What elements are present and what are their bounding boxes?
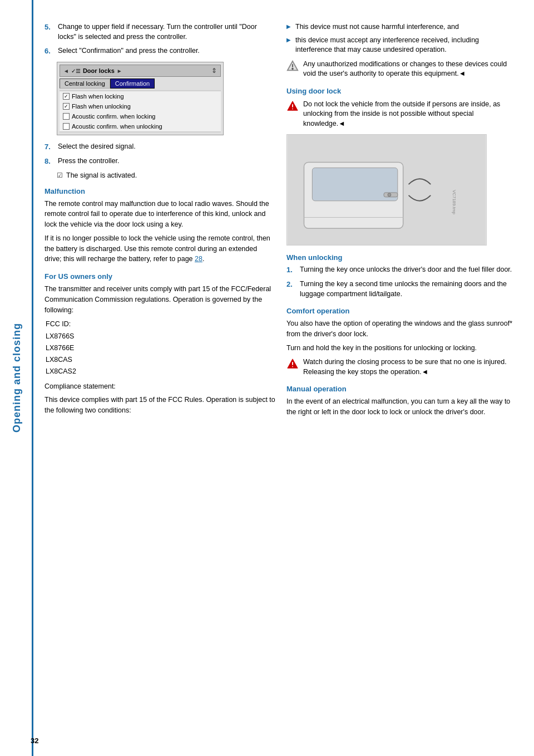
svg-point-10 — [388, 193, 391, 197]
comfort-para1: You also have the option of operating th… — [286, 318, 517, 340]
page-number: 32 — [31, 737, 38, 745]
ui-checkbox-3 — [63, 113, 70, 120]
compliance-heading: Compliance statement: — [44, 381, 275, 392]
page-link[interactable]: 28 — [195, 255, 202, 263]
manual-operation-heading: Manual operation — [286, 385, 517, 393]
checkmark-icon: ☑ — [57, 171, 63, 179]
for-us-para1: The transmitter and receiver units compl… — [44, 284, 275, 315]
ui-central-locking: Central locking — [60, 78, 110, 89]
warning-triangle-icon-1 — [286, 60, 299, 72]
step-6: 6. Select "Confirmation" and press the c… — [44, 46, 275, 56]
using-door-lock-heading: Using door lock — [286, 87, 517, 95]
ui-row-1-label: Flash when locking — [72, 93, 124, 100]
step-8: 8. Press the controller. — [44, 156, 275, 166]
unlock-step-2-number: 2. — [286, 279, 295, 299]
ui-checkmark-icon: ✓☰ — [71, 68, 81, 74]
step-6-number: 6. — [44, 46, 53, 56]
step-8-number: 8. — [44, 156, 53, 166]
unlock-step-2-text: Turning the key a second time unlocks th… — [300, 279, 517, 299]
ui-rows: ✓ Flash when locking ✓ Flash when unlock… — [60, 90, 221, 132]
step-7-text: Select the desired signal. — [58, 142, 275, 152]
triangle-icon-1: ▶ — [286, 23, 291, 30]
ui-checkbox-4 — [63, 123, 70, 130]
step-5-number: 5. — [44, 22, 53, 42]
ui-right-arrow: ► — [117, 68, 122, 74]
bullet-1-text: This device must not cause harmful inter… — [295, 22, 459, 32]
svg-point-15 — [292, 366, 293, 367]
warning-1-text: Any unauthorized modifications or change… — [303, 60, 517, 79]
ui-checkbox-1: ✓ — [63, 93, 70, 100]
warning-triangle-icon-3 — [286, 358, 299, 370]
ui-row-4: Acoustic confirm. when unlocking — [60, 121, 221, 131]
step-8-text: Press the controller. — [58, 156, 275, 166]
unlock-step-1-number: 1. — [286, 265, 295, 275]
step-7-number: 7. — [44, 142, 53, 152]
for-us-heading: For US owners only — [44, 272, 275, 281]
ui-checkbox-2: ✓ — [63, 103, 70, 110]
malfunction-para1: The remote control may malfunction due t… — [44, 199, 275, 230]
sidebar-title: Opening and closing — [11, 323, 23, 433]
manual-operation-text: In the event of an electrical malfunctio… — [286, 396, 517, 418]
warning-box-2: Do not lock the vehicle from the outside… — [286, 100, 517, 129]
malfunction-heading: Malfunction — [44, 187, 275, 195]
left-column: 5. Change to upper field if necessary. T… — [44, 22, 275, 734]
ui-title-bar: ◄ ✓☰ Door locks ► ⇕ — [60, 65, 221, 77]
step-8-check: ☑ The signal is activated. — [57, 171, 275, 179]
ui-left-arrow: ◄ — [63, 68, 69, 74]
bullet-2: ▶ this device must accept any interferen… — [286, 36, 517, 55]
unlock-step-1: 1. Turning the key once unlocks the driv… — [286, 265, 517, 275]
bullet-2-text: this device must accept any interference… — [295, 36, 517, 55]
right-column: ▶ This device must not cause harmful int… — [286, 22, 517, 734]
compliance-text: This device complies with part 15 of the… — [44, 395, 275, 416]
sidebar: Opening and closing — [0, 0, 33, 756]
ui-row-2-label: Flash when unlocking — [72, 103, 131, 110]
ui-title-bar-inner: ◄ ✓☰ Door locks ► — [63, 67, 122, 74]
unlock-step-1-text: Turning the key once unlocks the driver'… — [300, 265, 517, 275]
car-image: VC7189.tmp — [286, 134, 487, 246]
when-unlocking-heading: When unlocking — [286, 253, 517, 262]
ui-row-1: ✓ Flash when locking — [60, 91, 221, 101]
ui-title: Door locks — [83, 67, 115, 74]
step-5-text: Change to upper field if necessary. Turn… — [58, 22, 275, 42]
ui-scroll-icon: ⇕ — [211, 67, 217, 75]
step-6-text: Select "Confirmation" and press the cont… — [58, 46, 275, 56]
main-content: 5. Change to upper field if necessary. T… — [33, 0, 534, 756]
warning-triangle-icon-2 — [286, 100, 299, 112]
step-7: 7. Select the desired signal. — [44, 142, 275, 152]
sidebar-line — [32, 0, 33, 756]
ui-row-3-label: Acoustic confirm. when locking — [72, 113, 155, 120]
warning-3-text: Watch during the closing process to be s… — [303, 357, 517, 377]
ui-row-2: ✓ Flash when unlocking — [60, 101, 221, 111]
ui-screenshot: ◄ ✓☰ Door locks ► ⇕ Central locking Conf… — [57, 62, 224, 135]
warning-box-1: Any unauthorized modifications or change… — [286, 60, 517, 79]
ui-confirmation: Confirmation — [110, 78, 155, 89]
triangle-icon-2: ▶ — [286, 37, 291, 43]
svg-text:VC7189.tmp: VC7189.tmp — [452, 190, 457, 215]
svg-point-5 — [292, 108, 293, 109]
bullet-1: ▶ This device must not cause harmful int… — [286, 22, 517, 32]
malfunction-para2: If it is no longer possible to lock the … — [44, 233, 275, 264]
comfort-operation-heading: Comfort operation — [286, 307, 517, 315]
step-8-check-text: The signal is activated. — [66, 171, 137, 179]
fcc-ids: FCC ID: LX8766S LX8766E LX8CAS LX8CAS2 — [46, 318, 275, 377]
svg-point-2 — [292, 68, 293, 69]
step-5: 5. Change to upper field if necessary. T… — [44, 22, 275, 42]
ui-row-4-label: Acoustic confirm. when unlocking — [72, 123, 162, 130]
warning-box-3: Watch during the closing process to be s… — [286, 357, 517, 377]
ui-menu-bar: Central locking Confirmation — [60, 78, 221, 89]
unlock-step-2: 2. Turning the key a second time unlocks… — [286, 279, 517, 299]
warning-2-text: Do not lock the vehicle from the outside… — [303, 100, 517, 129]
ui-row-3: Acoustic confirm. when locking — [60, 111, 221, 121]
comfort-para2: Turn and hold the key in the positions f… — [286, 343, 517, 354]
